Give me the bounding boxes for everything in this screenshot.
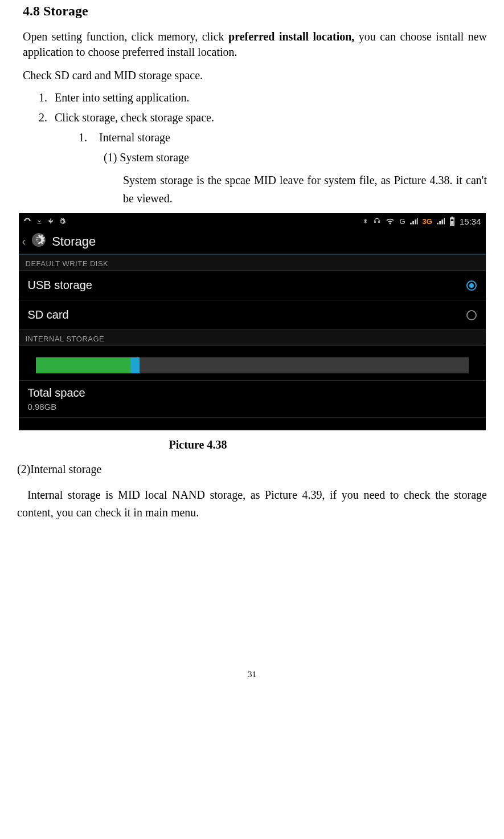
- sub-sub-list: (1) System storage: [104, 151, 487, 164]
- battery-icon: [449, 217, 455, 226]
- list-item: 1.Internal storage: [79, 131, 487, 144]
- caption-text: Picture 4.38: [169, 438, 227, 451]
- list-item: 1.Enter into setting application.: [39, 91, 487, 104]
- paragraph-intro: Open setting function, click memory, cli…: [23, 29, 487, 60]
- subsub-body: System storage is the spcae MID leave fo…: [123, 171, 487, 207]
- storage-seg-apps: [36, 357, 131, 373]
- ordered-list-1: 1.Enter into setting application. 2.Clic…: [39, 91, 487, 124]
- radio-unselected-icon[interactable]: [466, 310, 477, 320]
- threeg-label: 3G: [423, 217, 432, 226]
- para-internal-storage-2: (2)Internal storage: [17, 461, 487, 478]
- row-sd-card[interactable]: SD card: [19, 300, 486, 330]
- bluetooth-icon: [362, 217, 368, 225]
- clock-time: 15:34: [460, 217, 481, 226]
- list-num-2: 2.: [39, 111, 55, 124]
- paragraph-check: Check SD card and MID storage space.: [23, 68, 487, 83]
- screen-title: Storage: [52, 234, 96, 249]
- wifi-fan-icon: [23, 217, 31, 225]
- row-usb-storage[interactable]: USB storage: [19, 271, 486, 300]
- svg-rect-0: [451, 221, 454, 225]
- wifi-icon: [386, 218, 395, 225]
- storage-seg-other: [131, 357, 140, 373]
- status-bar: G 3G 15:34: [19, 213, 486, 229]
- total-space-value: 0.98GB: [28, 402, 477, 412]
- para1-a: Open setting function, click memory, cli…: [23, 30, 228, 43]
- back-chevron-icon[interactable]: ‹: [22, 235, 26, 248]
- settings-gear-icon: [31, 233, 46, 250]
- gear-small-icon: [59, 218, 66, 225]
- row-total-space[interactable]: Total space 0.98GB: [19, 381, 486, 418]
- section-heading: 4.8 Storage: [23, 3, 487, 19]
- status-right: G 3G 15:34: [362, 217, 481, 226]
- figure-caption: Picture 4.38: [17, 438, 487, 451]
- para1-b-bold: preferred install location,: [228, 30, 359, 43]
- list-text-1: Enter into setting application.: [55, 91, 190, 104]
- section-default-write-disk: DEFAULT WRITE DISK: [19, 255, 486, 271]
- download-icon: [36, 218, 43, 225]
- status-left: [23, 217, 66, 225]
- signal-bars-icon: [410, 218, 418, 225]
- screenshot-figure: G 3G 15:34 ‹ Storage DEFAULT WRITE DISK …: [19, 213, 486, 430]
- storage-bar-track: [36, 357, 469, 373]
- para-internal-storage-desc: Internal storage is MID local NAND stora…: [17, 486, 487, 522]
- title-bar[interactable]: ‹ Storage: [19, 229, 486, 255]
- row-usb-label: USB storage: [28, 279, 92, 292]
- list-text-2: Click storage, check storage space.: [55, 111, 214, 124]
- radio-selected-icon[interactable]: [466, 280, 477, 291]
- subsub-text: System storage: [120, 151, 189, 164]
- usb-icon: [47, 217, 54, 225]
- sub-list: 1.Internal storage: [79, 131, 487, 144]
- headphones-icon: [373, 217, 381, 225]
- total-space-label: Total space: [28, 386, 477, 400]
- sub-text: Internal storage: [99, 131, 170, 144]
- subsub-num: (1): [104, 151, 117, 164]
- section-internal-storage: INTERNAL STORAGE: [19, 330, 486, 346]
- list-item: (1) System storage: [104, 151, 487, 164]
- body-after-figure: (2)Internal storage Internal storage is …: [17, 461, 487, 522]
- signal-bars2-icon: [437, 218, 445, 225]
- list-item: 2.Click storage, check storage space.: [39, 111, 487, 124]
- signal-g-icon: G: [399, 217, 405, 226]
- page-number: 31: [17, 670, 487, 679]
- storage-usage-bar: [19, 346, 486, 381]
- sub-num: 1.: [79, 131, 99, 144]
- screenshot-bottom-fade: [19, 418, 486, 430]
- row-sd-label: SD card: [28, 308, 69, 321]
- list-num-1: 1.: [39, 91, 55, 104]
